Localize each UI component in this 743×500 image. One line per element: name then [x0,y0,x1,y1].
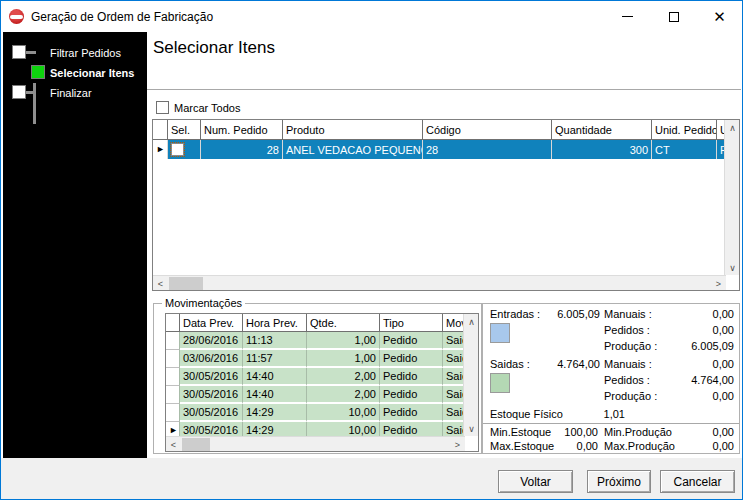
mov-hora-prev[interactable]: 11:57 [243,350,307,368]
wizard-sidebar: Filtrar Pedidos Selecionar Itens Finaliz… [3,32,147,458]
producao-label: Produção : [604,390,657,402]
mov-tipo[interactable]: Pedido [380,368,443,386]
mov-tipo[interactable]: Pedido [380,404,443,422]
minimize-button[interactable] [605,1,650,32]
mov-data-prev[interactable]: 30/05/2016 [180,404,243,422]
scroll-right-icon[interactable]: > [450,437,465,452]
movement-row[interactable]: 03/06/2016 11:57 1,00 Pedido Said [166,350,478,368]
row-quantidade[interactable]: 300 [552,140,652,159]
scroll-left-icon[interactable]: < [153,276,168,291]
scrollbar-thumb[interactable] [169,277,203,290]
row-codigo[interactable]: 28 [423,140,552,159]
mov-mov[interactable]: Said [443,404,465,422]
sidebar-item-selecionar-itens[interactable]: Selecionar Itens [50,67,134,79]
max-producao-value: 0,00 [713,440,734,452]
title-bar[interactable]: Geração de Ordem de Fabricação ✕ [1,1,742,32]
row-marker-cell [166,368,180,386]
min-estoque-value: 100,00 [564,426,598,438]
scroll-up-icon[interactable]: ∧ [725,120,740,135]
mov-hora-prev[interactable]: 14:29 [243,404,307,422]
movement-row[interactable]: 28/06/2016 11:13 1,00 Pedido Said [166,332,478,350]
mov-mov[interactable]: Said [443,368,465,386]
row-produto[interactable]: ANEL VEDACAO PEQUENO [283,140,423,159]
movement-row[interactable]: 30/05/2016 14:40 2,00 Pedido Said [166,386,478,404]
pedidos-label: Pedidos : [604,374,650,386]
mov-qtde[interactable]: 2,00 [307,386,380,404]
min-producao-label: Min.Produção [604,426,672,438]
min-producao: Min.Produção 0,00 [604,426,734,438]
mov-header-tipo[interactable]: Tipo [380,314,443,332]
sidebar-item-finalizar[interactable]: Finalizar [50,87,92,99]
mark-all-checkbox[interactable] [156,101,169,114]
mov-data-prev[interactable]: 30/05/2016 [180,368,243,386]
row-unid-pedido[interactable]: CT [652,140,717,159]
mov-tipo[interactable]: Pedido [380,350,443,368]
orders-row-selected[interactable]: ► 28 ANEL VEDACAO PEQUENO 28 300 CT F [153,140,739,159]
max-producao: Max.Produção 0,00 [604,440,734,452]
movement-row[interactable]: 30/05/2016 14:29 10,00 Pedido Said [166,404,478,422]
scroll-left-icon[interactable]: < [166,437,181,452]
mov-mov[interactable]: Said [443,332,465,350]
mov-header-mov[interactable]: Mov [443,314,465,332]
mov-tipo[interactable]: Pedido [380,332,443,350]
min-estoque-label: Min.Estoque [490,426,551,438]
pedidos-value: 4.764,00 [691,374,734,386]
dialog-window: Geração de Ordem de Fabricação ✕ Filtrar… [0,0,743,500]
mov-data-prev[interactable]: 28/06/2016 [180,332,243,350]
voltar-button[interactable]: Voltar [498,470,573,493]
movements-vertical-scrollbar[interactable]: ∧ ∨ [463,314,478,436]
orders-header-produto[interactable]: Produto [283,120,423,140]
mov-header-data-prev[interactable]: Data Prev. [180,314,243,332]
movement-row[interactable]: 30/05/2016 14:40 2,00 Pedido Said [166,368,478,386]
sidebar-item-filtrar-pedidos[interactable]: Filtrar Pedidos [50,47,121,59]
orders-header-unid-pedido[interactable]: Unid. Pedido [652,120,717,140]
mov-hora-prev[interactable]: 11:13 [243,332,307,350]
summary-separator [483,423,739,424]
scroll-up-icon[interactable]: ∧ [464,314,479,329]
orders-table: Sel. Num. Pedido Produto Código Quantida… [152,119,740,291]
row-marker-cell [166,350,180,368]
movements-header-row: Data Prev. Hora Prev. Qtde. Tipo Mov [166,314,478,332]
cancelar-button[interactable]: Cancelar [660,470,735,493]
mov-tipo[interactable]: Pedido [380,386,443,404]
mov-qtde[interactable]: 1,00 [307,332,380,350]
max-producao-label: Max.Produção [604,440,675,452]
mov-qtde[interactable]: 1,00 [307,350,380,368]
orders-header-sel[interactable]: Sel. [168,120,201,140]
orders-header-num-pedido[interactable]: Num. Pedido [201,120,283,140]
estoque-fisico-label: Estoque Físico [490,408,563,420]
row-select-checkbox[interactable] [171,143,184,156]
movements-horizontal-scrollbar[interactable]: < > [166,436,465,451]
mov-data-prev[interactable]: 03/06/2016 [180,350,243,368]
mov-header-qtde[interactable]: Qtde. [307,314,380,332]
mov-hora-prev[interactable]: 14:40 [243,386,307,404]
orders-vertical-scrollbar[interactable]: ∧ ∨ [724,120,739,275]
minimize-icon [622,16,633,17]
mov-mov[interactable]: Said [443,386,465,404]
button-bar: Voltar Próximo Cancelar [1,458,742,499]
mov-header-hora-prev[interactable]: Hora Prev. [243,314,307,332]
saidas-total: Saidas : 4.764,00 [490,358,600,370]
close-button[interactable]: ✕ [697,1,742,32]
mov-data-prev[interactable]: 30/05/2016 [180,386,243,404]
row-sel-cell[interactable] [168,140,201,159]
proximo-button[interactable]: Próximo [587,470,651,493]
orders-header-quantidade[interactable]: Quantidade [552,120,652,140]
saidas-manuais: Manuais : 0,00 [604,358,734,370]
orders-header-codigo[interactable]: Código [423,120,552,140]
mark-all-checkbox-row[interactable]: Marcar Todos [156,101,240,114]
scroll-down-icon[interactable]: ∨ [464,421,479,436]
entradas-color-swatch [490,323,510,343]
row-num-pedido[interactable]: 28 [201,140,283,159]
scroll-right-icon[interactable]: > [711,276,726,291]
mov-qtde[interactable]: 10,00 [307,404,380,422]
scroll-down-icon[interactable]: ∨ [725,260,740,275]
mov-hora-prev[interactable]: 14:40 [243,368,307,386]
mov-qtde[interactable]: 2,00 [307,368,380,386]
scrollbar-thumb[interactable] [182,438,210,451]
maximize-button[interactable] [651,1,696,32]
mov-mov[interactable]: Said [443,350,465,368]
estoque-fisico-value: 1,01 [604,408,625,420]
orders-horizontal-scrollbar[interactable]: < > [153,275,726,290]
saidas-color-swatch [490,373,510,393]
